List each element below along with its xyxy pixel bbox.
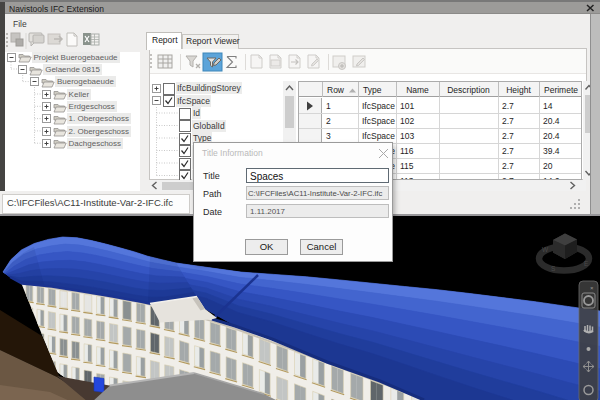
svg-text:W: W: [542, 246, 549, 253]
svg-text:S: S: [551, 265, 556, 272]
svg-text:E: E: [584, 260, 589, 267]
svg-text:×: ×: [590, 285, 594, 291]
